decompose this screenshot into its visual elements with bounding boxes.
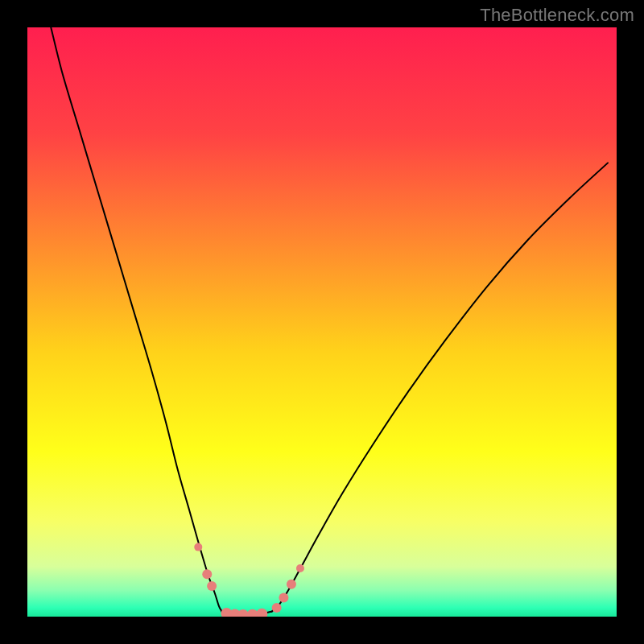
bottleneck-chart xyxy=(0,0,644,644)
marker-dot xyxy=(272,603,282,613)
marker-dot xyxy=(202,569,212,579)
marker-dot xyxy=(296,564,304,572)
marker-dot xyxy=(279,593,288,603)
marker-dot xyxy=(194,543,202,551)
marker-dot xyxy=(287,580,296,589)
watermark-text: TheBottleneck.com xyxy=(480,5,634,26)
marker-dot xyxy=(207,581,217,591)
marker-dot xyxy=(256,609,267,620)
chart-stage: TheBottleneck.com xyxy=(0,0,644,644)
